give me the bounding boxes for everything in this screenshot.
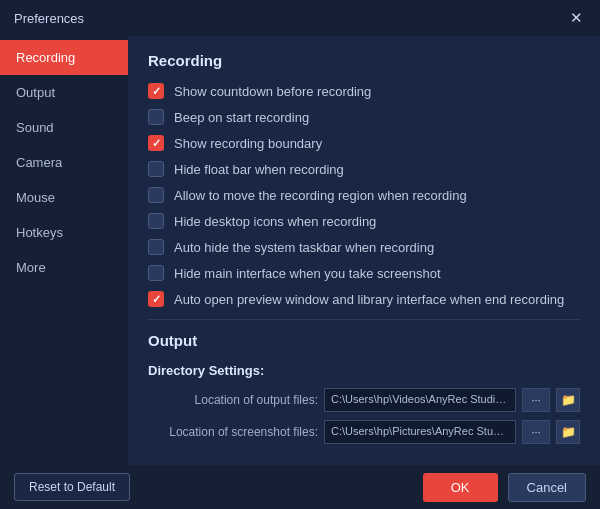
output-files-dots-button[interactable]: ··· [522, 388, 550, 412]
output-section-title: Output [148, 332, 580, 349]
recording-section-title: Recording [148, 52, 580, 69]
sidebar-item-sound[interactable]: Sound [0, 110, 128, 145]
titlebar: Preferences ✕ [0, 0, 600, 36]
footer: Reset to Default OK Cancel [0, 465, 600, 509]
output-files-label: Location of output files: [148, 393, 318, 407]
screenshot-files-row: Location of screenshot files: C:\Users\h… [148, 420, 580, 444]
directory-settings-title: Directory Settings: [148, 363, 580, 378]
content-area: Recording Output Sound Camera Mouse Hotk… [0, 36, 600, 465]
screenshot-files-label: Location of screenshot files: [148, 425, 318, 439]
sidebar-item-recording[interactable]: Recording [0, 40, 128, 75]
folder-icon: 📁 [561, 393, 576, 407]
reset-to-default-button[interactable]: Reset to Default [14, 473, 130, 501]
screenshot-files-folder-button[interactable]: 📁 [556, 420, 580, 444]
output-section: Output Directory Settings: Location of o… [148, 332, 580, 465]
checkbox-row-desktopicons: Hide desktop icons when recording [148, 213, 580, 229]
checkbox-moveregion[interactable] [148, 187, 164, 203]
sidebar-item-hotkeys[interactable]: Hotkeys [0, 215, 128, 250]
output-files-folder-button[interactable]: 📁 [556, 388, 580, 412]
checkbox-maininterface[interactable] [148, 265, 164, 281]
checkbox-row-floatbar: Hide float bar when recording [148, 161, 580, 177]
checkbox-desktopicons[interactable] [148, 213, 164, 229]
checkbox-row-beep: Beep on start recording [148, 109, 580, 125]
section-divider [148, 319, 580, 320]
checkbox-row-maininterface: Hide main interface when you take screen… [148, 265, 580, 281]
window-title: Preferences [14, 11, 84, 26]
sidebar-item-camera[interactable]: Camera [0, 145, 128, 180]
folder-icon-2: 📁 [561, 425, 576, 439]
preferences-window: Preferences ✕ Recording Output Sound Cam… [0, 0, 600, 509]
footer-right-buttons: OK Cancel [423, 473, 586, 502]
screenshot-files-dots-button[interactable]: ··· [522, 420, 550, 444]
sidebar-item-mouse[interactable]: Mouse [0, 180, 128, 215]
checkbox-row-moveregion: Allow to move the recording region when … [148, 187, 580, 203]
checkbox-label-moveregion: Allow to move the recording region when … [174, 188, 467, 203]
sidebar-item-output[interactable]: Output [0, 75, 128, 110]
checkbox-label-desktopicons: Hide desktop icons when recording [174, 214, 376, 229]
output-files-row: Location of output files: C:\Users\hp\Vi… [148, 388, 580, 412]
checkbox-label-beep: Beep on start recording [174, 110, 309, 125]
checkbox-beep[interactable] [148, 109, 164, 125]
ok-button[interactable]: OK [423, 473, 498, 502]
close-button[interactable]: ✕ [566, 8, 586, 28]
output-files-input[interactable]: C:\Users\hp\Videos\AnyRec Studio\AnyRec … [324, 388, 516, 412]
checkbox-label-autoopen: Auto open preview window and library int… [174, 292, 564, 307]
checkbox-label-taskbar: Auto hide the system taskbar when record… [174, 240, 434, 255]
screenshot-files-input[interactable]: C:\Users\hp\Pictures\AnyRec Studio\AnyRe… [324, 420, 516, 444]
checkbox-row-taskbar: Auto hide the system taskbar when record… [148, 239, 580, 255]
checkbox-label-maininterface: Hide main interface when you take screen… [174, 266, 441, 281]
checkbox-floatbar[interactable] [148, 161, 164, 177]
checkbox-row-boundary: Show recording boundary [148, 135, 580, 151]
checkbox-row-autoopen: Auto open preview window and library int… [148, 291, 580, 307]
checkbox-countdown[interactable] [148, 83, 164, 99]
checkbox-label-floatbar: Hide float bar when recording [174, 162, 344, 177]
checkbox-label-countdown: Show countdown before recording [174, 84, 371, 99]
checkbox-label-boundary: Show recording boundary [174, 136, 322, 151]
checkbox-boundary[interactable] [148, 135, 164, 151]
main-panel: Recording Show countdown before recordin… [128, 36, 600, 465]
checkbox-autoopen[interactable] [148, 291, 164, 307]
sidebar-item-more[interactable]: More [0, 250, 128, 285]
sidebar: Recording Output Sound Camera Mouse Hotk… [0, 36, 128, 465]
cancel-button[interactable]: Cancel [508, 473, 586, 502]
checkbox-taskbar[interactable] [148, 239, 164, 255]
checkbox-row-countdown: Show countdown before recording [148, 83, 580, 99]
